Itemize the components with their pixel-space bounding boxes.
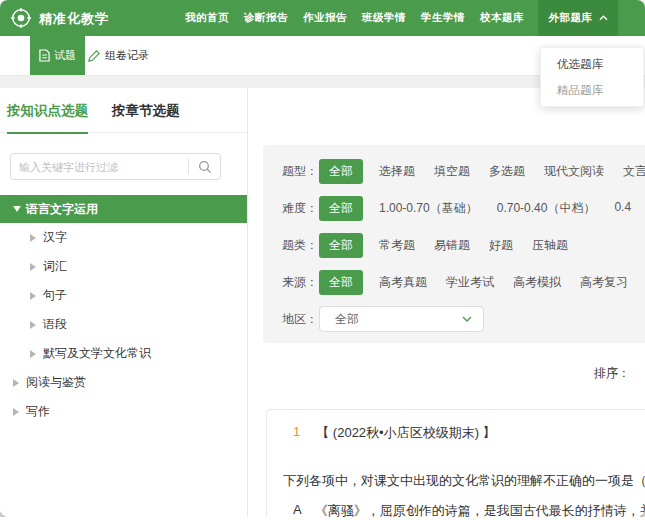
caret-right-icon xyxy=(30,234,43,242)
chevron-up-icon xyxy=(599,15,608,21)
tree-item-label: 阅读与鉴赏 xyxy=(26,374,86,391)
filter-option[interactable]: 常考题 xyxy=(379,237,415,254)
document-icon xyxy=(39,49,50,62)
nav-item-class-learning[interactable]: 班级学情 xyxy=(362,11,406,25)
tree-item-sentence[interactable]: 句子 xyxy=(0,281,247,310)
menu-item-premium-bank[interactable]: 优选题库 xyxy=(541,51,643,77)
chevron-down-icon xyxy=(462,316,472,322)
tree-item-label: 汉字 xyxy=(43,229,67,246)
filter-option[interactable]: 多选题 xyxy=(489,163,525,180)
nav-item-student-learning[interactable]: 学生学情 xyxy=(421,11,465,25)
tab-by-chapter[interactable]: 按章节选题 xyxy=(112,88,180,133)
option-a-text: 《离骚》，屈原创作的诗篇，是我国古代最长的抒情诗，并开创了中国 xyxy=(315,502,645,517)
question-card: 1 【 (2022秋•小店区校级期末) 】 下列各项中，对课文中出现的文化常识的… xyxy=(266,409,645,517)
app-title: 精准化教学 xyxy=(39,10,109,28)
option-a-label: A xyxy=(293,502,302,517)
caret-right-icon xyxy=(30,350,43,358)
caret-right-icon xyxy=(30,321,43,329)
nav-item-home[interactable]: 我的首页 xyxy=(185,11,229,25)
nav-item-diagnosis-report[interactable]: 诊断报告 xyxy=(244,11,288,25)
search-input[interactable] xyxy=(11,161,188,173)
filter-row-question-type: 题型： 全部 选择题 填空题 多选题 现代文阅读 文言文 xyxy=(282,159,645,183)
main-content: 题型： 全部 选择题 填空题 多选题 现代文阅读 文言文 难度： 全部 1.00… xyxy=(249,88,645,517)
filter-option[interactable]: 现代文阅读 xyxy=(544,163,604,180)
filter-option[interactable]: 选择题 xyxy=(379,163,415,180)
caret-down-icon xyxy=(13,206,26,212)
tree-item-language-use[interactable]: 语言文字运用 xyxy=(0,195,247,223)
filter-option[interactable]: 填空题 xyxy=(434,163,470,180)
tree-item-writing[interactable]: 写作 xyxy=(0,397,247,426)
question-option-a: A 《离骚》，屈原创作的诗篇，是我国古代最长的抒情诗，并开创了中国 xyxy=(293,502,645,517)
filter-option[interactable]: 0.70-0.40（中档） xyxy=(497,200,596,217)
filter-label: 题型： xyxy=(282,163,319,180)
filter-option[interactable]: 1.00-0.70（基础） xyxy=(379,200,478,217)
tree-item-label: 语言文字运用 xyxy=(26,201,98,218)
tab-questions-label: 试题 xyxy=(54,48,76,63)
filter-label: 题类： xyxy=(282,237,319,254)
region-select-value: 全部 xyxy=(335,311,359,328)
filter-label: 地区： xyxy=(282,311,319,328)
question-stem: 下列各项中，对课文中出现的文化常识的理解不正确的一项是（ ） xyxy=(283,472,645,490)
filter-panel: 题型： 全部 选择题 填空题 多选题 现代文阅读 文言文 难度： 全部 1.00… xyxy=(263,145,645,343)
tree-item-label: 默写及文学文化常识 xyxy=(43,345,151,362)
caret-right-icon xyxy=(13,408,26,416)
caret-right-icon xyxy=(13,379,26,387)
nav-item-homework-report[interactable]: 作业报告 xyxy=(303,11,347,25)
tab-by-knowledge-point[interactable]: 按知识点选题 xyxy=(7,88,88,133)
filter-all-button[interactable]: 全部 xyxy=(319,196,363,221)
filter-row-region: 地区： 全部 xyxy=(282,307,645,331)
tree-item-paragraph[interactable]: 语段 xyxy=(0,310,247,339)
sidebar-tabs: 按知识点选题 按章节选题 xyxy=(0,88,247,133)
filter-all-button[interactable]: 全部 xyxy=(319,159,363,184)
tree-item-dictation-culture[interactable]: 默写及文学文化常识 xyxy=(0,339,247,368)
tab-paper-records-label: 组卷记录 xyxy=(105,48,149,63)
knowledge-tree: 语言文字运用 汉字 词汇 句子 xyxy=(0,195,247,426)
filter-row-question-class: 题类： 全部 常考题 易错题 好题 压轴题 xyxy=(282,233,645,257)
tree-item-label: 语段 xyxy=(43,316,67,333)
filter-option[interactable]: 高考真题 xyxy=(379,274,427,291)
filter-option[interactable]: 0.4 xyxy=(614,200,631,217)
filter-option[interactable]: 文言文 xyxy=(623,163,645,180)
filter-option[interactable]: 压轴题 xyxy=(532,237,568,254)
top-navbar: 精准化教学 我的首页 诊断报告 作业报告 班级学情 学生学情 校本题库 外部题库 xyxy=(0,0,645,36)
nav-item-school-bank[interactable]: 校本题库 xyxy=(480,11,524,25)
sidebar: 按知识点选题 按章节选题 语言文字运用 xyxy=(0,88,248,517)
nav-item-external-bank[interactable]: 外部题库 xyxy=(538,0,618,36)
nav-menu: 我的首页 诊断报告 作业报告 班级学情 学生学情 校本题库 xyxy=(185,0,524,36)
filter-option[interactable]: 好题 xyxy=(489,237,513,254)
caret-right-icon xyxy=(30,292,43,300)
tab-questions[interactable]: 试题 xyxy=(30,36,85,75)
filter-option[interactable]: 易错题 xyxy=(434,237,470,254)
filter-option[interactable]: 学业考试 xyxy=(446,274,494,291)
filter-label: 难度： xyxy=(282,200,319,217)
tree-item-vocabulary[interactable]: 词汇 xyxy=(0,252,247,281)
tree-item-reading-appreciation[interactable]: 阅读与鉴赏 xyxy=(0,368,247,397)
app-window: 精准化教学 我的首页 诊断报告 作业报告 班级学情 学生学情 校本题库 外部题库… xyxy=(0,0,645,517)
question-header: 1 【 (2022秋•小店区校级期末) 】 xyxy=(293,424,496,442)
question-source: 【 (2022秋•小店区校级期末) 】 xyxy=(316,424,495,442)
sort-label: 排序： xyxy=(594,365,630,382)
nav-item-external-bank-label: 外部题库 xyxy=(549,11,593,25)
tree-item-label: 写作 xyxy=(26,403,50,420)
region-select[interactable]: 全部 xyxy=(319,306,484,332)
filter-option[interactable]: 高考模拟 xyxy=(513,274,561,291)
filter-label: 来源： xyxy=(282,274,319,291)
filter-row-source: 来源： 全部 高考真题 学业考试 高考模拟 高考复习 自 xyxy=(282,270,645,294)
app-logo-icon xyxy=(10,7,32,29)
menu-item-boutique-bank[interactable]: 精品题库 xyxy=(541,77,643,103)
filter-all-button[interactable]: 全部 xyxy=(319,233,363,258)
filter-option[interactable]: 高考复习 xyxy=(580,274,628,291)
tree-item-label: 句子 xyxy=(43,287,67,304)
question-number: 1 xyxy=(293,424,300,442)
external-bank-dropdown: 优选题库 精品题库 xyxy=(540,47,644,107)
tree-item-label: 词汇 xyxy=(43,258,67,275)
pencil-icon xyxy=(88,50,100,62)
filter-row-difficulty: 难度： 全部 1.00-0.70（基础） 0.70-0.40（中档） 0.4 xyxy=(282,196,645,220)
filter-all-button[interactable]: 全部 xyxy=(319,270,363,295)
search-icon[interactable] xyxy=(189,160,220,174)
tree-item-hanzi[interactable]: 汉字 xyxy=(0,223,247,252)
tab-paper-records[interactable]: 组卷记录 xyxy=(82,36,155,75)
caret-right-icon xyxy=(30,263,43,271)
search-box xyxy=(10,153,221,180)
